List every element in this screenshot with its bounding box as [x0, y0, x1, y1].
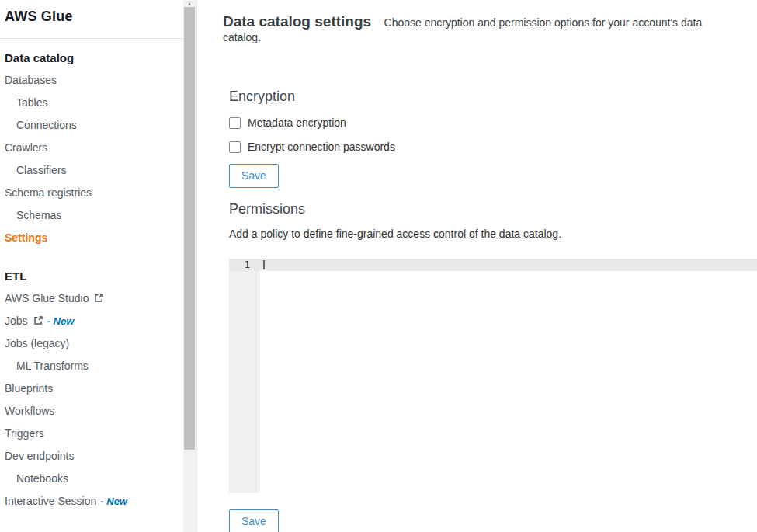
sidebar-item-connections[interactable]: Connections [0, 114, 185, 137]
sidebar-item-schemas[interactable]: Schemas [0, 204, 185, 227]
sidebar-item-aws-glue-studio[interactable]: AWS Glue Studio [0, 287, 185, 310]
editor-active-line [229, 259, 757, 271]
permissions-heading: Permissions [229, 201, 757, 217]
sidebar: AWS Glue Data catalogDatabasesTablesConn… [0, 0, 197, 532]
editor-cursor [263, 260, 265, 269]
sidebar-item-label: Classifiers [16, 164, 67, 176]
encryption-heading: Encryption [229, 89, 757, 104]
sidebar-item-label: AWS Glue Studio [5, 292, 89, 304]
sidebar-item-label: Workflows [5, 405, 54, 417]
sidebar-item-label: ML Transforms [16, 360, 89, 372]
sidebar-item-settings[interactable]: Settings [0, 227, 185, 249]
sidebar-item-interactive-session[interactable]: Interactive Session- New [0, 490, 185, 513]
sidebar-item-label: Notebooks [16, 472, 68, 485]
sidebar-item-label: Crawlers [5, 141, 47, 154]
sidebar-item-label: Settings [5, 231, 47, 244]
sidebar-item-label: Schema registries [5, 186, 92, 199]
editor-line-number: 1 [229, 259, 260, 271]
sidebar-item-label: Dev endpoints [5, 450, 75, 462]
sidebar-item-notebooks[interactable]: Notebooks [0, 468, 185, 490]
sidebar-item-label: Blueprints [5, 382, 53, 395]
page-title: Data catalog settings [223, 13, 371, 30]
sidebar-item-label: Jobs (legacy) [5, 337, 69, 349]
sidebar-item-label: Tables [16, 96, 47, 109]
nav-section-etl: ETLAWS Glue StudioJobs- NewJobs (legacy)… [0, 265, 185, 513]
sidebar-item-dev-endpoints[interactable]: Dev endpoints [0, 445, 185, 468]
encrypt-passwords-checkbox[interactable] [229, 141, 241, 153]
nav-section-data-catalog: Data catalogDatabasesTablesConnectionsCr… [0, 47, 185, 249]
metadata-encryption-row[interactable]: Metadata encryption [229, 116, 757, 129]
new-badge: - New [100, 495, 127, 507]
page-header: Data catalog settings Choose encryption … [223, 13, 741, 44]
sidebar-item-label: Schemas [16, 209, 61, 221]
encrypt-passwords-row[interactable]: Encrypt connection passwords [229, 141, 757, 153]
sidebar-item-label: Jobs [5, 315, 28, 327]
sidebar-header: AWS Glue [0, 0, 185, 39]
sidebar-item-blueprints[interactable]: Blueprints [0, 377, 185, 400]
app-title: AWS Glue [5, 9, 73, 24]
scrollbar-thumb[interactable] [184, 7, 195, 450]
sidebar-nav: Data catalogDatabasesTablesConnectionsCr… [0, 39, 185, 513]
sidebar-item-tables[interactable]: Tables [0, 92, 185, 114]
sidebar-item-jobs-legacy[interactable]: Jobs (legacy) [0, 332, 185, 355]
nav-heading-etl: ETL [0, 265, 185, 287]
settings-panel: Encryption Metadata encryption Encrypt c… [229, 89, 757, 532]
sidebar-item-classifiers[interactable]: Classifiers [0, 159, 185, 182]
sidebar-item-crawlers[interactable]: Crawlers [0, 137, 185, 159]
sidebar-item-workflows[interactable]: Workflows [0, 400, 185, 422]
external-link-icon [33, 311, 43, 333]
metadata-encryption-checkbox[interactable] [229, 117, 241, 129]
checkbox-label: Encrypt connection passwords [248, 141, 395, 153]
editor-gutter [229, 259, 260, 493]
nav-heading-data-catalog: Data catalog [0, 47, 185, 69]
sidebar-item-triggers[interactable]: Triggers [0, 422, 185, 445]
sidebar-item-label: Connections [16, 119, 77, 131]
sidebar-item-databases[interactable]: Databases [0, 69, 185, 92]
main-content: Data catalog settings Choose encryption … [199, 0, 757, 532]
encryption-save-button[interactable]: Save [229, 164, 279, 188]
sidebar-item-schema-registries[interactable]: Schema registries [0, 182, 185, 204]
permissions-save-button[interactable]: Save [229, 509, 279, 532]
permissions-description: Add a policy to define fine-grained acce… [229, 228, 757, 240]
scroll-up-arrow-icon[interactable]: ▲ [183, 0, 196, 7]
external-link-icon [94, 288, 104, 311]
checkbox-label: Metadata encryption [248, 116, 346, 129]
new-badge: - New [47, 315, 75, 327]
sidebar-scrollbar[interactable]: ▲ [183, 0, 196, 532]
policy-editor[interactable]: 1 [229, 259, 757, 493]
sidebar-item-ml-transforms[interactable]: ML Transforms [0, 355, 185, 377]
sidebar-item-label: Interactive Session [5, 495, 96, 507]
sidebar-item-label: Databases [5, 74, 57, 86]
sidebar-item-label: Triggers [5, 427, 44, 440]
sidebar-item-jobs[interactable]: Jobs- New [0, 310, 185, 332]
